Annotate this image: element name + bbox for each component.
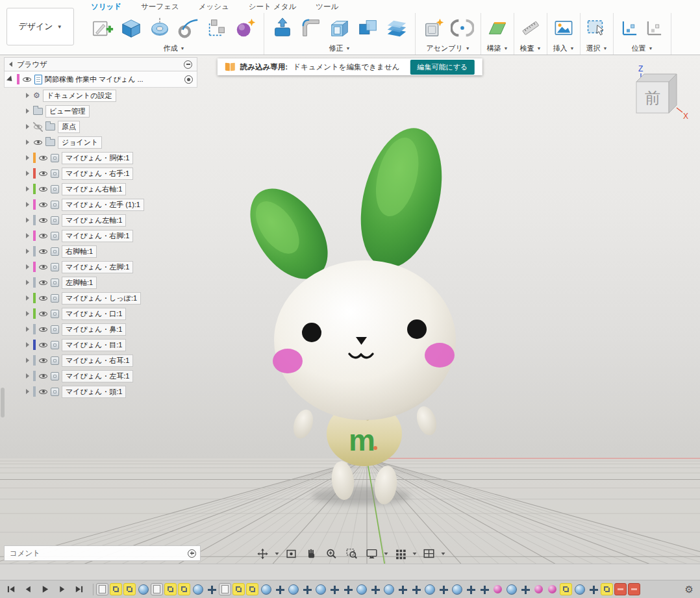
visibility-eye-icon[interactable] bbox=[38, 184, 48, 194]
grid-snap-button[interactable] bbox=[393, 546, 408, 562]
browser-item[interactable]: ⚙ 右脚軸:1 bbox=[4, 243, 197, 259]
visibility-eye-icon[interactable] bbox=[38, 371, 48, 381]
timeline-feature[interactable] bbox=[437, 583, 449, 595]
timeline-feature[interactable] bbox=[301, 583, 313, 595]
browser-item-label[interactable]: 左脚軸:1 bbox=[62, 277, 97, 289]
timeline-feature[interactable] bbox=[464, 583, 477, 595]
visibility-eye-icon[interactable] bbox=[38, 340, 48, 350]
caret-down-icon[interactable] bbox=[275, 553, 279, 555]
expander-icon[interactable] bbox=[26, 373, 29, 379]
timeline-feature[interactable] bbox=[205, 583, 218, 595]
tool-combine[interactable] bbox=[355, 14, 382, 42]
timeline-feature[interactable] bbox=[178, 583, 190, 595]
visibility-eye-icon[interactable] bbox=[38, 293, 48, 303]
browser-item[interactable]: ⚙ マイぴょん・右耳:1 bbox=[4, 353, 197, 368]
expander-icon[interactable] bbox=[26, 280, 29, 285]
expander-icon[interactable] bbox=[26, 186, 29, 192]
tool-joint[interactable] bbox=[449, 14, 476, 42]
browser-item-label[interactable]: マイぴょん・右脚:1 bbox=[62, 230, 133, 242]
timeline-feature[interactable] bbox=[573, 583, 586, 595]
group-label-assemble[interactable]: アセンブリ▼ bbox=[426, 44, 469, 55]
browser-item-label[interactable]: 原点 bbox=[58, 121, 80, 133]
group-label-create[interactable]: 作成▼ bbox=[164, 44, 185, 55]
browser-item[interactable]: ⚙ マイぴょん・頭:1 bbox=[4, 384, 197, 399]
add-comment-icon[interactable] bbox=[188, 549, 196, 558]
skip-to-start-button[interactable] bbox=[6, 584, 17, 595]
workspace-selector[interactable]: デザイン ▼ bbox=[6, 8, 74, 45]
expander-icon[interactable] bbox=[26, 311, 29, 316]
timeline-feature[interactable] bbox=[451, 583, 463, 595]
step-forward-button[interactable] bbox=[56, 584, 68, 595]
browser-item-label[interactable]: マイぴょん・右耳:1 bbox=[62, 355, 133, 367]
visibility-eye-icon[interactable] bbox=[38, 325, 48, 334]
expander-icon[interactable] bbox=[26, 202, 29, 207]
browser-item[interactable]: ⚙ マイぴょん・胴体:1 bbox=[4, 150, 197, 166]
ribbon-tab[interactable]: サーフェス bbox=[141, 2, 179, 12]
timeline-feature[interactable] bbox=[314, 583, 327, 595]
visibility-eye-icon[interactable] bbox=[38, 356, 48, 366]
visibility-eye-icon[interactable] bbox=[33, 122, 43, 132]
expander-icon[interactable] bbox=[26, 342, 29, 347]
timeline-feature[interactable] bbox=[246, 583, 258, 595]
browser-item-label[interactable]: マイぴょん・左脚:1 bbox=[62, 261, 133, 273]
tool-offset-plane[interactable] bbox=[383, 14, 410, 42]
timeline-feature[interactable] bbox=[614, 583, 627, 595]
timeline-feature[interactable] bbox=[628, 583, 640, 595]
browser-item[interactable]: ⚙ ジョイント bbox=[4, 134, 197, 150]
browser-item[interactable]: ⚙ マイぴょん・左手 (1):1 bbox=[4, 197, 197, 212]
timeline-feature[interactable] bbox=[96, 583, 108, 595]
pan-hand-button[interactable] bbox=[304, 546, 319, 562]
ribbon-tab[interactable]: シート メタル bbox=[249, 2, 297, 12]
tool-revert-position[interactable] bbox=[643, 14, 666, 42]
skip-to-end-button[interactable] bbox=[73, 584, 84, 595]
browser-item[interactable]: ⚙ マイぴょん・口:1 bbox=[4, 306, 197, 321]
browser-item-label[interactable]: ジョイント bbox=[58, 136, 102, 149]
visibility-eye-icon[interactable] bbox=[38, 216, 48, 225]
expander-icon[interactable] bbox=[26, 93, 29, 98]
caret-down-icon[interactable] bbox=[384, 553, 388, 555]
browser-item[interactable]: ⚙ マイぴょん・しっぽ:1 bbox=[4, 290, 197, 306]
browser-item[interactable]: ⚙ マイぴょん右軸:1 bbox=[4, 181, 197, 197]
browser-item-label[interactable]: マイぴょん・しっぽ:1 bbox=[62, 292, 141, 305]
timeline-feature[interactable] bbox=[151, 583, 163, 595]
make-editable-button[interactable]: 編集可能にする bbox=[410, 60, 475, 75]
comment-bar[interactable]: コメント bbox=[4, 545, 201, 561]
browser-item[interactable]: ⚙ マイぴょん・左耳:1 bbox=[4, 368, 197, 384]
timeline-feature[interactable] bbox=[560, 583, 572, 595]
browser-scrollbar-thumb[interactable] bbox=[1, 388, 5, 417]
visibility-eye-icon[interactable] bbox=[33, 138, 43, 147]
display-settings-button[interactable] bbox=[364, 546, 380, 562]
step-back-button[interactable] bbox=[23, 584, 34, 595]
browser-item-label[interactable]: マイぴょん・口:1 bbox=[62, 308, 126, 320]
browser-item[interactable]: ⚙ マイぴょん・左脚:1 bbox=[4, 259, 197, 275]
timeline-feature[interactable] bbox=[369, 583, 381, 595]
visibility-eye-icon[interactable] bbox=[22, 75, 32, 84]
timeline-feature[interactable] bbox=[110, 583, 122, 595]
tool-revolve[interactable] bbox=[146, 14, 173, 42]
tool-select[interactable] bbox=[585, 14, 608, 42]
tool-construct-plane[interactable] bbox=[486, 14, 509, 42]
timeline-feature[interactable] bbox=[192, 583, 204, 595]
timeline-feature[interactable] bbox=[410, 583, 422, 595]
zoom-button[interactable] bbox=[324, 546, 340, 562]
group-label-select[interactable]: 選択▼ bbox=[586, 44, 608, 55]
browser-item[interactable]: ⚙ ドキュメントの設定 bbox=[4, 88, 197, 103]
tool-capture-position[interactable] bbox=[618, 14, 642, 42]
timeline-feature[interactable] bbox=[260, 583, 272, 595]
zoom-window-button[interactable] bbox=[344, 546, 360, 562]
visibility-eye-icon[interactable] bbox=[38, 169, 48, 179]
browser-item[interactable]: ⚙ マイぴょん左軸:1 bbox=[4, 212, 197, 228]
caret-down-icon[interactable] bbox=[413, 553, 417, 555]
tool-create-sketch[interactable] bbox=[89, 14, 116, 42]
orbit-button[interactable] bbox=[255, 546, 271, 562]
visibility-eye-icon[interactable] bbox=[38, 387, 48, 397]
expander-icon[interactable] bbox=[26, 233, 29, 238]
group-label-inspect[interactable]: 検査▼ bbox=[520, 44, 542, 55]
ribbon-tab[interactable]: メッシュ bbox=[199, 2, 229, 12]
group-label-modify[interactable]: 修正▼ bbox=[329, 44, 351, 55]
look-at-button[interactable] bbox=[284, 546, 299, 562]
timeline-feature[interactable] bbox=[273, 583, 286, 595]
ribbon-tab[interactable]: ソリッド bbox=[91, 2, 121, 12]
expander-icon[interactable] bbox=[26, 264, 29, 269]
browser-item[interactable]: ⚙ 原点 bbox=[4, 119, 197, 134]
